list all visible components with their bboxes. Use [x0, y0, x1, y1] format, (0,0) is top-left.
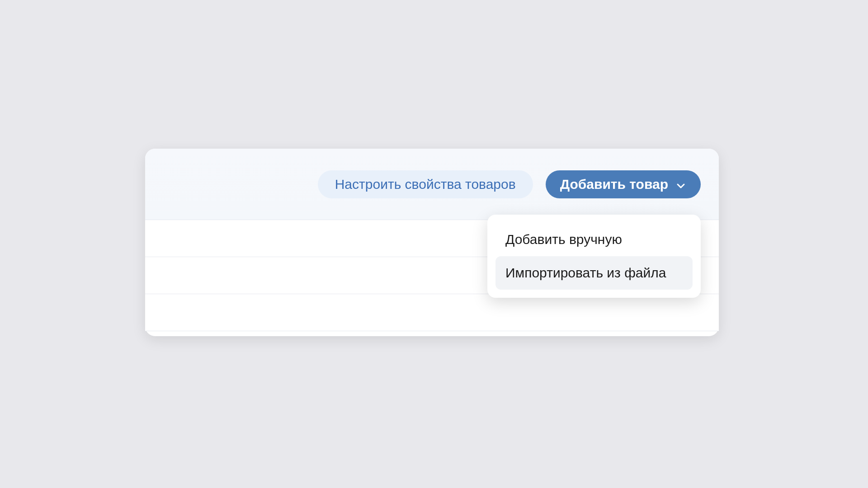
- chevron-down-icon: [675, 179, 686, 190]
- products-panel: Настроить свойства товаров Добавить това…: [145, 149, 719, 336]
- dropdown-item-import-file[interactable]: Импортировать из файла: [495, 256, 693, 290]
- table-row: [145, 294, 719, 331]
- dropdown-item-add-manually[interactable]: Добавить вручную: [495, 223, 693, 256]
- add-product-label: Добавить товар: [560, 177, 668, 192]
- add-product-dropdown: Добавить вручную Импортировать из файла: [487, 215, 701, 298]
- panel-header: Настроить свойства товаров Добавить това…: [145, 149, 719, 220]
- configure-properties-button[interactable]: Настроить свойства товаров: [318, 170, 533, 198]
- add-product-button[interactable]: Добавить товар: [546, 170, 701, 198]
